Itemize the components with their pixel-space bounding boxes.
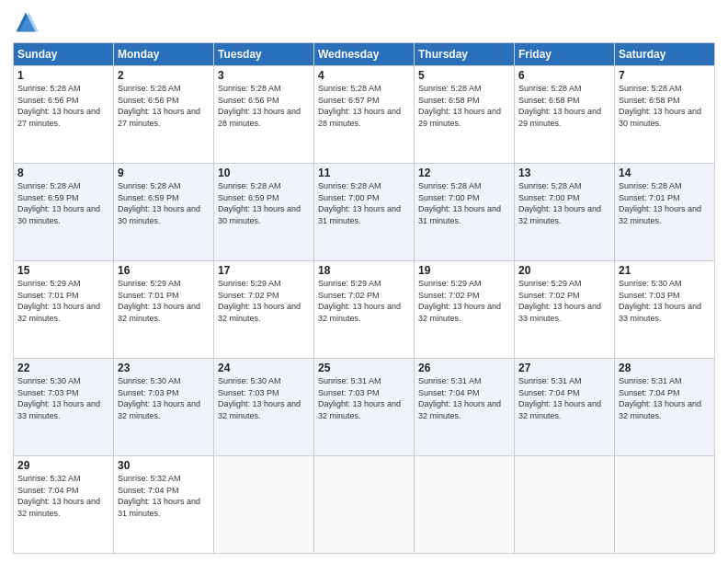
day-number: 1 <box>17 69 109 82</box>
sunrise-label: Sunrise: 5:28 AM <box>418 84 482 93</box>
calendar-cell <box>314 456 415 554</box>
day-number: 14 <box>619 167 711 179</box>
calendar-cell: 5 Sunrise: 5:28 AM Sunset: 6:58 PM Dayli… <box>415 66 515 164</box>
calendar-cell: 7 Sunrise: 5:28 AM Sunset: 6:58 PM Dayli… <box>615 66 715 164</box>
sunrise-label: Sunrise: 5:28 AM <box>418 181 482 190</box>
daylight-label: Daylight: 13 hours and 30 minutes. <box>218 204 301 225</box>
weekday-sunday: Sunday <box>14 43 114 66</box>
day-number: 23 <box>118 362 210 374</box>
sunrise-label: Sunrise: 5:31 AM <box>619 376 682 385</box>
daylight-label: Daylight: 13 hours and 30 minutes. <box>619 107 701 128</box>
weekday-monday: Monday <box>114 43 214 66</box>
daylight-label: Daylight: 13 hours and 27 minutes. <box>118 107 200 128</box>
day-info: Sunrise: 5:28 AM Sunset: 6:58 PM Dayligh… <box>518 83 610 129</box>
day-number: 28 <box>619 362 711 374</box>
day-info: Sunrise: 5:29 AM Sunset: 7:02 PM Dayligh… <box>318 278 410 324</box>
sunrise-label: Sunrise: 5:30 AM <box>218 376 281 385</box>
sunrise-label: Sunrise: 5:28 AM <box>218 181 281 190</box>
sunrise-label: Sunrise: 5:28 AM <box>518 84 582 93</box>
day-info: Sunrise: 5:28 AM Sunset: 6:59 PM Dayligh… <box>218 180 310 226</box>
day-number: 11 <box>318 167 410 179</box>
daylight-label: Daylight: 13 hours and 32 minutes. <box>418 399 501 420</box>
calendar-cell: 16 Sunrise: 5:29 AM Sunset: 7:01 PM Dayl… <box>114 261 214 359</box>
day-number: 22 <box>17 362 109 374</box>
day-info: Sunrise: 5:30 AM Sunset: 7:03 PM Dayligh… <box>619 278 711 324</box>
calendar-cell: 23 Sunrise: 5:30 AM Sunset: 7:03 PM Dayl… <box>114 359 214 456</box>
sunset-label: Sunset: 7:04 PM <box>17 486 79 495</box>
calendar-cell: 11 Sunrise: 5:28 AM Sunset: 7:00 PM Dayl… <box>314 164 415 261</box>
day-number: 3 <box>218 69 310 82</box>
sunrise-label: Sunrise: 5:28 AM <box>619 84 682 93</box>
sunset-label: Sunset: 7:02 PM <box>518 291 580 300</box>
day-number: 15 <box>17 264 109 277</box>
daylight-label: Daylight: 13 hours and 29 minutes. <box>418 107 501 128</box>
sunrise-label: Sunrise: 5:28 AM <box>218 84 281 93</box>
day-info: Sunrise: 5:28 AM Sunset: 6:56 PM Dayligh… <box>118 83 210 129</box>
day-info: Sunrise: 5:28 AM Sunset: 7:00 PM Dayligh… <box>518 180 610 226</box>
day-number: 30 <box>118 459 210 472</box>
sunrise-label: Sunrise: 5:28 AM <box>318 181 381 190</box>
calendar-cell: 22 Sunrise: 5:30 AM Sunset: 7:03 PM Dayl… <box>14 359 114 456</box>
day-info: Sunrise: 5:28 AM Sunset: 6:56 PM Dayligh… <box>17 83 109 129</box>
daylight-label: Daylight: 13 hours and 31 minutes. <box>418 204 501 225</box>
calendar-week-2: 8 Sunrise: 5:28 AM Sunset: 6:59 PM Dayli… <box>14 164 715 261</box>
calendar-cell: 29 Sunrise: 5:32 AM Sunset: 7:04 PM Dayl… <box>14 456 114 554</box>
sunset-label: Sunset: 7:04 PM <box>518 388 580 397</box>
sunset-label: Sunset: 7:03 PM <box>17 388 79 397</box>
sunset-label: Sunset: 7:01 PM <box>118 291 179 300</box>
calendar-table: SundayMondayTuesdayWednesdayThursdayFrid… <box>13 42 715 554</box>
daylight-label: Daylight: 13 hours and 32 minutes. <box>318 302 401 323</box>
calendar-cell: 6 Sunrise: 5:28 AM Sunset: 6:58 PM Dayli… <box>515 66 615 164</box>
calendar-cell: 13 Sunrise: 5:28 AM Sunset: 7:00 PM Dayl… <box>515 164 615 261</box>
daylight-label: Daylight: 13 hours and 32 minutes. <box>17 302 100 323</box>
day-info: Sunrise: 5:28 AM Sunset: 6:57 PM Dayligh… <box>318 83 410 129</box>
calendar-cell: 14 Sunrise: 5:28 AM Sunset: 7:01 PM Dayl… <box>615 164 715 261</box>
calendar-cell: 24 Sunrise: 5:30 AM Sunset: 7:03 PM Dayl… <box>214 359 314 456</box>
daylight-label: Daylight: 13 hours and 33 minutes. <box>17 399 100 420</box>
sunrise-label: Sunrise: 5:32 AM <box>118 474 181 483</box>
sunset-label: Sunset: 7:00 PM <box>418 193 480 202</box>
sunset-label: Sunset: 6:56 PM <box>118 96 179 105</box>
sunset-label: Sunset: 7:00 PM <box>518 193 580 202</box>
sunrise-label: Sunrise: 5:31 AM <box>518 376 582 385</box>
daylight-label: Daylight: 13 hours and 32 minutes. <box>218 302 301 323</box>
calendar-cell: 12 Sunrise: 5:28 AM Sunset: 7:00 PM Dayl… <box>415 164 515 261</box>
day-number: 10 <box>218 167 310 179</box>
day-info: Sunrise: 5:28 AM Sunset: 7:00 PM Dayligh… <box>318 180 410 226</box>
weekday-wednesday: Wednesday <box>314 43 415 66</box>
sunrise-label: Sunrise: 5:28 AM <box>318 84 381 93</box>
daylight-label: Daylight: 13 hours and 32 minutes. <box>619 399 701 420</box>
daylight-label: Daylight: 13 hours and 32 minutes. <box>218 399 301 420</box>
daylight-label: Daylight: 13 hours and 32 minutes. <box>118 399 200 420</box>
day-info: Sunrise: 5:28 AM Sunset: 7:00 PM Dayligh… <box>418 180 510 226</box>
daylight-label: Daylight: 13 hours and 30 minutes. <box>17 204 100 225</box>
day-number: 4 <box>318 69 410 82</box>
day-info: Sunrise: 5:29 AM Sunset: 7:02 PM Dayligh… <box>418 278 510 324</box>
day-number: 24 <box>218 362 310 374</box>
day-number: 8 <box>17 167 109 179</box>
daylight-label: Daylight: 13 hours and 28 minutes. <box>218 107 301 128</box>
daylight-label: Daylight: 13 hours and 32 minutes. <box>518 399 601 420</box>
day-info: Sunrise: 5:31 AM Sunset: 7:04 PM Dayligh… <box>518 375 610 421</box>
calendar-week-3: 15 Sunrise: 5:29 AM Sunset: 7:01 PM Dayl… <box>14 261 715 359</box>
daylight-label: Daylight: 13 hours and 32 minutes. <box>418 302 501 323</box>
sunset-label: Sunset: 7:04 PM <box>418 388 480 397</box>
day-info: Sunrise: 5:32 AM Sunset: 7:04 PM Dayligh… <box>118 473 210 519</box>
sunrise-label: Sunrise: 5:28 AM <box>619 181 682 190</box>
calendar-cell: 15 Sunrise: 5:29 AM Sunset: 7:01 PM Dayl… <box>14 261 114 359</box>
sunset-label: Sunset: 6:58 PM <box>418 96 480 105</box>
sunset-label: Sunset: 7:03 PM <box>218 388 279 397</box>
day-number: 13 <box>518 167 610 179</box>
calendar-cell: 10 Sunrise: 5:28 AM Sunset: 6:59 PM Dayl… <box>214 164 314 261</box>
day-info: Sunrise: 5:28 AM Sunset: 6:58 PM Dayligh… <box>418 83 510 129</box>
sunrise-label: Sunrise: 5:29 AM <box>418 279 482 288</box>
sunrise-label: Sunrise: 5:30 AM <box>17 376 81 385</box>
daylight-label: Daylight: 13 hours and 33 minutes. <box>518 302 601 323</box>
sunrise-label: Sunrise: 5:28 AM <box>17 84 81 93</box>
sunset-label: Sunset: 7:03 PM <box>619 291 680 300</box>
day-number: 16 <box>118 264 210 277</box>
sunset-label: Sunset: 6:59 PM <box>218 193 279 202</box>
day-info: Sunrise: 5:29 AM Sunset: 7:02 PM Dayligh… <box>218 278 310 324</box>
day-number: 18 <box>318 264 410 277</box>
sunset-label: Sunset: 6:56 PM <box>17 96 79 105</box>
